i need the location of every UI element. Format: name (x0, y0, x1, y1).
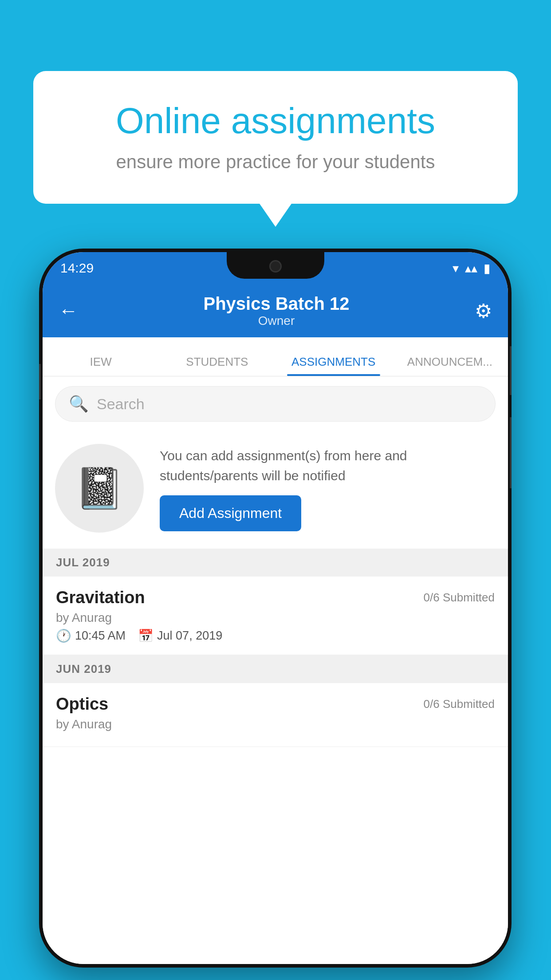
add-assignment-info: You can add assignment(s) from here and … (160, 446, 495, 531)
month-separator-jul: JUL 2019 (43, 549, 508, 577)
assignment-submitted-optics: 0/6 Submitted (424, 697, 495, 711)
clock-icon: 🕐 (56, 628, 71, 643)
calendar-icon: 📅 (138, 628, 153, 643)
back-button[interactable]: ← (59, 300, 78, 322)
assignment-name: Gravitation (56, 588, 145, 607)
notebook-icon: 📓 (75, 465, 124, 512)
assignment-item-optics[interactable]: Optics 0/6 Submitted by Anurag (43, 683, 508, 747)
header-center: Physics Batch 12 Owner (203, 294, 349, 328)
phone-frame: 14:29 ▾ ▴▴ ▮ ← Physics Batch 12 Owner ⚙ … (39, 249, 512, 968)
assignment-header: Gravitation 0/6 Submitted (56, 588, 495, 607)
add-assignment-description: You can add assignment(s) from here and … (160, 446, 495, 486)
app-header: ← Physics Batch 12 Owner ⚙ (43, 284, 508, 337)
signal-icon: ▴▴ (465, 261, 477, 276)
add-assignment-section: 📓 You can add assignment(s) from here an… (43, 431, 508, 545)
status-time: 14:29 (60, 261, 94, 276)
assignment-icon-circle: 📓 (55, 444, 144, 533)
assignment-name-optics: Optics (56, 695, 108, 714)
assignment-author: by Anurag (56, 611, 495, 625)
speech-bubble: Online assignments ensure more practice … (33, 71, 518, 204)
assignment-meta: 🕐 10:45 AM 📅 Jul 07, 2019 (56, 628, 495, 643)
tab-announcements[interactable]: ANNOUNCEM... (392, 355, 508, 376)
search-icon: 🔍 (69, 395, 89, 413)
assignment-time: 🕐 10:45 AM (56, 628, 126, 643)
bubble-title: Online assignments (69, 100, 482, 142)
assignment-submitted: 0/6 Submitted (424, 591, 495, 605)
settings-icon[interactable]: ⚙ (475, 300, 492, 322)
content-area: 🔍 Search 📓 You can add assignment(s) fro… (43, 376, 508, 964)
status-icons: ▾ ▴▴ ▮ (453, 261, 490, 276)
search-placeholder: Search (97, 395, 145, 413)
volume-button (39, 364, 41, 399)
header-title: Physics Batch 12 (203, 294, 349, 314)
header-subtitle: Owner (203, 314, 349, 328)
assignment-item-gravitation[interactable]: Gravitation 0/6 Submitted by Anurag 🕐 10… (43, 577, 508, 655)
search-bar[interactable]: 🔍 Search (55, 386, 496, 422)
assignment-date: 📅 Jul 07, 2019 (138, 628, 222, 643)
add-assignment-button[interactable]: Add Assignment (160, 495, 301, 531)
month-separator-jun: JUN 2019 (43, 655, 508, 683)
volume-down-button (510, 417, 512, 488)
tab-iew[interactable]: IEW (43, 355, 159, 376)
assignment-header-optics: Optics 0/6 Submitted (56, 695, 495, 714)
tabs-bar: IEW STUDENTS ASSIGNMENTS ANNOUNCEM... (43, 337, 508, 376)
front-camera (269, 260, 282, 273)
power-button (510, 346, 512, 395)
assignment-author-optics: by Anurag (56, 717, 495, 731)
bubble-subtitle: ensure more practice for your students (69, 151, 482, 173)
wifi-icon: ▾ (453, 261, 459, 276)
tab-assignments[interactable]: ASSIGNMENTS (276, 355, 392, 376)
tab-students[interactable]: STUDENTS (159, 355, 275, 376)
battery-icon: ▮ (484, 261, 490, 276)
phone-screen: 14:29 ▾ ▴▴ ▮ ← Physics Batch 12 Owner ⚙ … (43, 252, 508, 964)
speech-bubble-container: Online assignments ensure more practice … (33, 71, 518, 204)
phone-notch (227, 252, 324, 279)
